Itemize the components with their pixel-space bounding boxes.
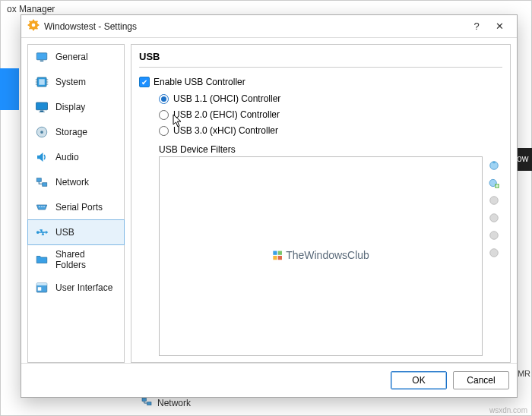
svg-point-29 — [39, 206, 40, 208]
svg-rect-24 — [39, 112, 45, 112]
svg-rect-1 — [147, 402, 151, 405]
svg-line-8 — [30, 20, 31, 22]
svg-point-44 — [490, 197, 499, 205]
enable-usb-checkbox[interactable]: ✔ — [139, 77, 150, 87]
network-icon — [34, 175, 49, 190]
sidebar-item-label: USB — [55, 227, 74, 238]
watermark: TheWindowsClub — [272, 249, 369, 261]
svg-rect-15 — [39, 79, 45, 85]
parent-selection-stripe — [0, 68, 19, 110]
content-panel: USB ✔ Enable USB Controller USB 1.1 (OHC… — [131, 44, 511, 363]
background-network-label: Network — [157, 398, 191, 408]
watermark-text: TheWindowsClub — [286, 249, 369, 261]
site-watermark: wsxdn.com — [489, 406, 527, 414]
sidebar-item-label: Shared Folders — [55, 249, 118, 270]
filters-label: USB Device Filters — [159, 144, 502, 155]
usb-filters-list[interactable]: TheWindowsClub — [159, 156, 483, 356]
sidebar-item-usb[interactable]: USB — [27, 219, 125, 245]
enable-usb-label: Enable USB Controller — [154, 77, 245, 87]
svg-line-11 — [36, 20, 37, 22]
svg-point-47 — [490, 249, 499, 257]
sidebar-item-audio[interactable]: Audio — [28, 145, 124, 170]
edit-filter-button[interactable] — [487, 194, 501, 207]
settings-dialog: Windowstest - Settings ? ✕ General Syste… — [21, 14, 518, 398]
add-empty-filter-button[interactable] — [487, 159, 501, 172]
sidebar-item-label: General — [55, 52, 88, 62]
usb11-label: USB 1.1 (OHCI) Controller — [173, 93, 280, 104]
sidebar-item-label: Network — [55, 177, 89, 188]
sidebar-item-storage[interactable]: Storage — [28, 120, 124, 145]
sidebar-item-shared-folders[interactable]: Shared Folders — [28, 244, 124, 276]
svg-point-46 — [490, 232, 499, 240]
help-button[interactable]: ? — [465, 20, 488, 32]
usb30-radio[interactable] — [159, 126, 169, 136]
sidebar-item-label: User Interface — [55, 282, 112, 293]
svg-point-31 — [43, 206, 45, 208]
filter-tools — [487, 156, 502, 356]
sidebar-item-serial-ports[interactable]: Serial Ports — [28, 195, 124, 220]
sidebar-item-user-interface[interactable]: User Interface — [28, 276, 124, 301]
sidebar-item-general[interactable]: General — [28, 45, 124, 70]
move-filter-up-button[interactable] — [487, 228, 501, 242]
sidebar-item-label: Audio — [55, 152, 79, 162]
svg-rect-37 — [278, 251, 282, 254]
dialog-footer: OK Cancel — [21, 363, 517, 397]
usb20-label: USB 2.0 (EHCI) Controller — [173, 109, 280, 120]
sidebar-item-system[interactable]: System — [28, 70, 124, 95]
svg-rect-23 — [40, 111, 44, 112]
svg-rect-0 — [142, 398, 146, 401]
settings-gear-icon — [27, 19, 40, 34]
page-heading: USB — [139, 51, 502, 68]
sidebar-item-label: Storage — [55, 127, 87, 137]
ok-button[interactable]: OK — [391, 371, 447, 389]
svg-line-9 — [36, 27, 37, 29]
sidebar-item-label: Serial Ports — [55, 202, 103, 213]
remove-filter-button[interactable] — [487, 211, 501, 225]
close-button[interactable]: ✕ — [488, 20, 511, 32]
serial-icon — [34, 200, 49, 215]
add-filter-from-device-button[interactable] — [487, 176, 501, 190]
svg-rect-35 — [38, 287, 42, 291]
storage-icon — [34, 124, 49, 140]
usb30-label: USB 3.0 (xHCI) Controller — [173, 125, 278, 136]
svg-line-10 — [30, 27, 31, 29]
svg-point-26 — [40, 131, 43, 134]
svg-rect-36 — [273, 251, 277, 254]
svg-point-41 — [492, 162, 496, 164]
svg-rect-12 — [36, 53, 47, 60]
dialog-title: Windowstest - Settings — [44, 21, 465, 32]
sidebar-item-network[interactable]: Network — [28, 170, 124, 195]
move-filter-down-button[interactable] — [487, 246, 501, 260]
audio-icon — [34, 150, 49, 165]
sidebar-item-display[interactable]: Display — [28, 95, 124, 120]
svg-point-3 — [32, 23, 36, 27]
sidebar-item-label: System — [55, 77, 86, 87]
usb11-radio[interactable] — [159, 94, 169, 104]
svg-rect-22 — [36, 102, 48, 110]
svg-rect-38 — [273, 255, 277, 259]
svg-point-30 — [41, 206, 43, 208]
svg-rect-28 — [43, 183, 47, 187]
display-icon — [34, 99, 49, 115]
svg-rect-27 — [36, 178, 41, 182]
cancel-button[interactable]: Cancel — [453, 371, 509, 389]
ui-icon — [34, 280, 49, 295]
titlebar[interactable]: Windowstest - Settings ? ✕ — [21, 15, 517, 38]
svg-rect-34 — [36, 283, 47, 285]
svg-rect-13 — [40, 61, 44, 62]
folder-icon — [34, 252, 49, 267]
svg-rect-39 — [278, 255, 282, 259]
system-icon — [34, 74, 49, 90]
general-icon — [34, 49, 49, 65]
settings-sidebar: General System Display Storage Audio Net… — [27, 44, 125, 363]
usb-icon — [34, 225, 49, 240]
usb20-radio[interactable] — [159, 110, 169, 120]
background-right-fragment: ow — [517, 148, 532, 171]
svg-point-45 — [490, 214, 499, 222]
sidebar-item-label: Display — [55, 102, 85, 112]
svg-point-32 — [36, 231, 40, 234]
windows-logo-icon — [272, 250, 283, 260]
